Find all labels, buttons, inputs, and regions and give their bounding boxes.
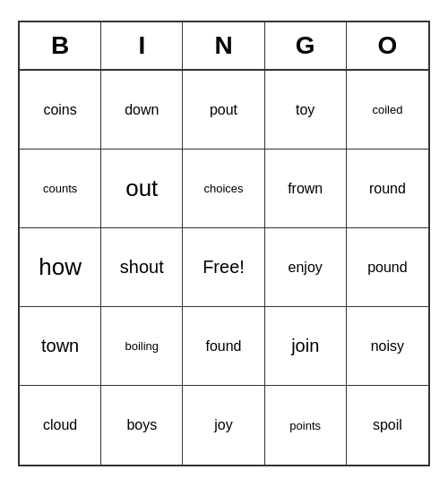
bingo-grid: coinsdownpouttoycoiledcountsoutchoicesfr… xyxy=(20,71,428,465)
header-letter-g: G xyxy=(265,22,347,69)
header-letter-n: N xyxy=(183,22,264,69)
header-letter-i: I xyxy=(101,22,183,69)
bingo-cell-6: out xyxy=(101,150,183,228)
header-letter-b: B xyxy=(20,22,101,69)
bingo-cell-7: choices xyxy=(183,150,264,228)
bingo-cell-20: cloud xyxy=(20,386,101,465)
bingo-header: BINGO xyxy=(20,22,428,71)
bingo-cell-21: boys xyxy=(101,386,183,465)
header-letter-o: O xyxy=(347,22,428,69)
bingo-cell-17: found xyxy=(183,307,264,386)
bingo-cell-14: pound xyxy=(347,228,428,307)
bingo-cell-22: joy xyxy=(183,386,264,465)
bingo-cell-23: points xyxy=(265,386,347,465)
bingo-cell-16: boiling xyxy=(101,307,183,386)
bingo-cell-4: coiled xyxy=(347,71,428,150)
bingo-cell-24: spoil xyxy=(347,386,428,465)
bingo-cell-12: Free! xyxy=(183,228,264,307)
bingo-cell-9: round xyxy=(347,150,428,228)
bingo-cell-10: how xyxy=(20,228,101,307)
bingo-cell-19: noisy xyxy=(347,307,428,386)
bingo-cell-0: coins xyxy=(20,71,101,150)
bingo-card: BINGO coinsdownpouttoycoiledcountsoutcho… xyxy=(18,21,430,466)
bingo-cell-5: counts xyxy=(20,150,101,228)
bingo-cell-2: pout xyxy=(183,71,264,150)
bingo-cell-8: frown xyxy=(265,150,347,228)
bingo-cell-11: shout xyxy=(101,228,183,307)
bingo-cell-13: enjoy xyxy=(265,228,347,307)
bingo-cell-1: down xyxy=(101,71,183,150)
bingo-cell-15: town xyxy=(20,307,101,386)
bingo-cell-18: join xyxy=(265,307,347,386)
bingo-cell-3: toy xyxy=(265,71,347,150)
